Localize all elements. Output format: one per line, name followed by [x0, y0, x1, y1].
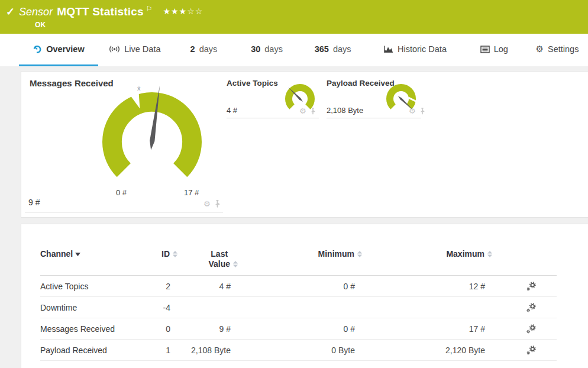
cell-underline: [25, 212, 223, 212]
channel-id: 1: [153, 346, 178, 355]
channel-settings-icon[interactable]: [526, 281, 537, 292]
priority-stars[interactable]: ★★★☆☆: [163, 7, 203, 16]
column-header-id[interactable]: ID: [153, 249, 178, 259]
pin-icon[interactable]: [214, 200, 221, 208]
page-content: Messages Received x̄ 0 # 17 # 9 # ⚙ Acti…: [0, 66, 588, 368]
pin-icon[interactable]: [419, 108, 425, 115]
status-check-icon: ✓: [6, 5, 15, 18]
tab-365-days[interactable]: 365 days: [298, 34, 368, 66]
channel-settings-icon[interactable]: [526, 345, 537, 356]
tab-overview[interactable]: Overview: [19, 34, 98, 66]
channel-minimum: 0 Byte: [238, 346, 363, 355]
channel-last-value: 9 #: [178, 324, 238, 334]
channel-maximum: 17 #: [363, 324, 493, 334]
tab-settings-label: Settings: [548, 44, 579, 54]
tab-365-days-number: 365: [315, 44, 329, 54]
tab-overview-label: Overview: [46, 44, 85, 54]
mini-gauge-value: 4 #: [227, 106, 237, 115]
table-header-row: Channel ID LastValue Minimum Maximum: [40, 249, 557, 276]
cell-underline: [327, 118, 421, 118]
channel-name: Active Topics: [40, 282, 153, 291]
object-kind-label: Sensor: [19, 6, 53, 18]
channel-last-value: 4 #: [178, 282, 238, 291]
stars-empty: ☆☆: [187, 7, 203, 16]
primary-gauge-value: 9 #: [28, 198, 40, 207]
gauges-panel: Messages Received x̄ 0 # 17 # 9 # ⚙ Acti…: [21, 71, 588, 218]
channel-minimum: 0 #: [238, 324, 363, 334]
caret-down-icon[interactable]: [75, 253, 80, 256]
tab-2-days[interactable]: 2 days: [172, 34, 236, 66]
channels-table: Channel ID LastValue Minimum Maximum: [40, 249, 557, 361]
page-title: MQTT Statistics: [57, 5, 144, 18]
tab-live-data-label: Live Data: [124, 44, 160, 54]
column-header-channel[interactable]: Channel: [40, 249, 153, 259]
channels-panel: Channel ID LastValue Minimum Maximum: [21, 224, 588, 368]
gear-icon: ⚙: [536, 45, 544, 54]
tab-bar: Overview Live Data 2 days 30 days 365 da…: [0, 34, 588, 66]
channel-gear-icon[interactable]: ⚙: [203, 200, 211, 208]
channel-name: Downtime: [40, 303, 153, 312]
channel-gear-icon[interactable]: ⚙: [409, 107, 416, 115]
sort-icon[interactable]: [232, 260, 238, 268]
channel-id: 0: [153, 324, 178, 334]
tab-historic-data-label: Historic Data: [398, 44, 447, 54]
tab-30-days-word: days: [264, 44, 283, 54]
tab-log-label: Log: [494, 44, 508, 54]
channel-id: -4: [153, 303, 178, 312]
sort-icon[interactable]: [172, 250, 178, 258]
channel-last-value: 2,108 Byte: [178, 346, 238, 355]
tab-live-data[interactable]: Live Data: [98, 34, 172, 66]
channel-maximum: 12 #: [363, 282, 493, 291]
column-header-minimum[interactable]: Minimum: [238, 249, 363, 259]
log-list-icon: [480, 46, 490, 53]
channel-name: Payload Received: [40, 346, 153, 355]
sensor-header: ✓ Sensor MQTT Statistics ⚐ ★★★☆☆ OK: [0, 0, 588, 34]
gauge-max-label: 17 #: [184, 188, 199, 197]
channel-settings-icon[interactable]: [526, 302, 537, 313]
channel-gear-icon[interactable]: ⚙: [299, 107, 306, 115]
column-header-last-value[interactable]: LastValue: [178, 249, 238, 269]
stars-filled: ★★★: [163, 7, 187, 16]
tab-settings[interactable]: ⚙ Settings: [526, 34, 588, 66]
table-row: Messages Received 0 9 # 0 # 17 #: [40, 318, 557, 340]
mini-gauge-value: 2,108 Byte: [327, 106, 363, 115]
status-badge: OK: [35, 21, 203, 29]
sort-icon[interactable]: [357, 250, 363, 258]
primary-gauge: [90, 80, 214, 204]
cell-underline: [227, 118, 319, 118]
gauge-min-label: 0 #: [116, 188, 127, 197]
channel-name: Messages Received: [40, 324, 153, 334]
tab-30-days[interactable]: 30 days: [236, 34, 298, 66]
tab-log[interactable]: Log: [462, 34, 526, 66]
channel-settings-icon[interactable]: [526, 324, 537, 334]
sort-icon[interactable]: [487, 250, 493, 258]
channel-maximum: 2,120 Byte: [363, 346, 493, 355]
gauge-icon: [33, 44, 42, 54]
pin-icon[interactable]: [310, 108, 316, 115]
table-row: Payload Received 1 2,108 Byte 0 Byte 2,1…: [40, 340, 557, 361]
table-row: Active Topics 2 4 # 0 # 12 #: [40, 276, 557, 297]
mini-gauge-title: Active Topics: [227, 79, 278, 88]
column-header-maximum[interactable]: Maximum: [363, 249, 493, 259]
flag-icon[interactable]: ⚐: [146, 5, 153, 13]
tab-30-days-number: 30: [251, 44, 260, 54]
table-row: Downtime -4: [40, 297, 557, 318]
broadcast-icon: [109, 45, 120, 53]
channel-id: 2: [153, 282, 178, 291]
area-chart-icon: [383, 45, 393, 53]
tab-historic-data[interactable]: Historic Data: [368, 34, 462, 66]
tab-2-days-word: days: [199, 44, 218, 54]
channel-minimum: 0 #: [238, 282, 363, 291]
tab-365-days-word: days: [333, 44, 351, 54]
tab-2-days-number: 2: [190, 44, 195, 54]
